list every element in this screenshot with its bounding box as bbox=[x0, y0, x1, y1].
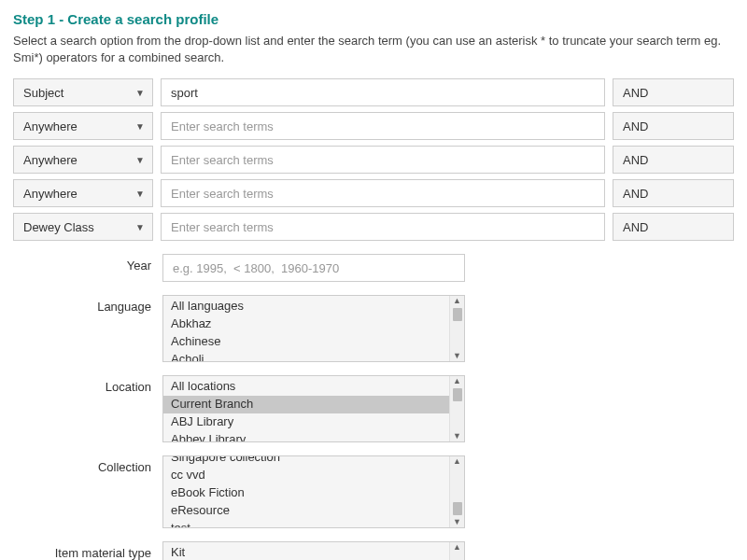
operator-dropdown[interactable]: AND bbox=[613, 78, 734, 106]
filter-label: Year bbox=[13, 254, 162, 282]
search-row: Anywhere ▼ AND bbox=[13, 179, 734, 207]
operator-dropdown[interactable]: AND bbox=[613, 146, 734, 174]
filter-label: Location bbox=[13, 375, 162, 442]
scrollbar[interactable]: ▲ ▼ bbox=[449, 376, 464, 441]
search-row: Dewey Class ▼ AND bbox=[13, 213, 734, 241]
scroll-up-icon[interactable]: ▲ bbox=[453, 456, 461, 467]
list-item[interactable]: All locations bbox=[163, 378, 449, 396]
filter-row-language: Language All languages Abkhaz Achinese A… bbox=[13, 295, 734, 362]
operator-label: AND bbox=[623, 86, 648, 100]
operator-label: AND bbox=[623, 153, 648, 167]
search-row: Anywhere ▼ AND bbox=[13, 112, 734, 140]
operator-dropdown[interactable]: AND bbox=[613, 112, 734, 140]
scrollbar[interactable]: ▲ bbox=[449, 542, 464, 560]
operator-label: AND bbox=[623, 187, 648, 201]
scroll-thumb[interactable] bbox=[453, 308, 462, 321]
scrollbar[interactable]: ▲ ▼ bbox=[449, 296, 464, 361]
filter-label: Item material type bbox=[13, 541, 162, 560]
search-term-input[interactable] bbox=[161, 213, 605, 241]
search-term-input[interactable] bbox=[161, 112, 605, 140]
filter-label: Collection bbox=[13, 455, 162, 528]
field-dropdown-label: Subject bbox=[23, 86, 63, 100]
collection-listbox[interactable]: Singapore collection cc vvd eBook Fictio… bbox=[162, 455, 465, 528]
language-listbox[interactable]: All languages Abkhaz Achinese Acholi ▲ ▼ bbox=[162, 295, 465, 362]
chevron-down-icon: ▼ bbox=[135, 121, 145, 132]
field-dropdown-label: Anywhere bbox=[23, 153, 78, 167]
field-dropdown-dewey-class[interactable]: Dewey Class ▼ bbox=[13, 213, 153, 241]
chevron-down-icon: ▼ bbox=[135, 155, 145, 165]
material-type-listbox[interactable]: Kit Magazine Map Collection Microfiche ▲ bbox=[162, 541, 465, 560]
step-title: Step 1 - Create a search profile bbox=[13, 11, 734, 27]
scroll-up-icon[interactable]: ▲ bbox=[453, 376, 461, 386]
list-item[interactable]: Abbey Library bbox=[163, 431, 449, 441]
chevron-down-icon: ▼ bbox=[135, 189, 145, 199]
scroll-up-icon[interactable]: ▲ bbox=[453, 296, 461, 306]
location-listbox[interactable]: All locations Current Branch ABJ Library… bbox=[162, 375, 465, 442]
filter-row-location: Location All locations Current Branch AB… bbox=[13, 375, 734, 442]
operator-dropdown[interactable]: AND bbox=[613, 179, 734, 207]
filter-row-material-type: Item material type Kit Magazine Map Coll… bbox=[13, 541, 734, 560]
scroll-up-icon[interactable]: ▲ bbox=[453, 542, 461, 553]
filter-label: Language bbox=[13, 295, 162, 362]
field-dropdown-label: Dewey Class bbox=[23, 220, 94, 234]
list-item[interactable]: Kit bbox=[163, 544, 449, 560]
search-row: Subject ▼ AND bbox=[13, 78, 734, 106]
list-item[interactable]: All languages bbox=[163, 298, 449, 315]
list-item[interactable]: eResource bbox=[163, 502, 449, 520]
filter-row-year: Year bbox=[13, 254, 734, 282]
search-term-input[interactable] bbox=[161, 146, 605, 174]
chevron-down-icon: ▼ bbox=[135, 222, 145, 232]
step-description: Select a search option from the drop-dow… bbox=[13, 33, 734, 65]
scroll-thumb[interactable] bbox=[453, 502, 462, 515]
field-dropdown-subject[interactable]: Subject ▼ bbox=[13, 78, 153, 106]
field-dropdown-label: Anywhere bbox=[23, 119, 78, 133]
scrollbar[interactable]: ▲ ▼ bbox=[449, 456, 464, 527]
list-item[interactable]: test bbox=[163, 520, 449, 527]
list-item[interactable]: eBook Fiction bbox=[163, 484, 449, 502]
field-dropdown-anywhere[interactable]: Anywhere ▼ bbox=[13, 179, 153, 207]
operator-label: AND bbox=[623, 220, 648, 234]
list-item[interactable]: Acholi bbox=[163, 351, 449, 361]
year-input[interactable] bbox=[162, 254, 465, 282]
scroll-down-icon[interactable]: ▼ bbox=[453, 517, 461, 527]
field-dropdown-anywhere[interactable]: Anywhere ▼ bbox=[13, 112, 153, 140]
list-item[interactable]: cc vvd bbox=[163, 467, 449, 484]
search-term-input[interactable] bbox=[161, 78, 605, 106]
field-dropdown-anywhere[interactable]: Anywhere ▼ bbox=[13, 146, 153, 174]
list-item[interactable]: Singapore collection bbox=[163, 456, 449, 467]
list-item[interactable]: Achinese bbox=[163, 333, 449, 351]
chevron-down-icon: ▼ bbox=[135, 88, 145, 98]
filter-row-collection: Collection Singapore collection cc vvd e… bbox=[13, 455, 734, 528]
operator-dropdown[interactable]: AND bbox=[613, 213, 734, 241]
list-item[interactable]: Current Branch bbox=[163, 396, 449, 413]
scroll-down-icon[interactable]: ▼ bbox=[453, 351, 461, 361]
search-row: Anywhere ▼ AND bbox=[13, 146, 734, 174]
list-item[interactable]: ABJ Library bbox=[163, 413, 449, 431]
field-dropdown-label: Anywhere bbox=[23, 187, 78, 201]
list-item[interactable]: Abkhaz bbox=[163, 315, 449, 333]
search-term-input[interactable] bbox=[161, 179, 605, 207]
operator-label: AND bbox=[623, 119, 648, 133]
scroll-down-icon[interactable]: ▼ bbox=[453, 431, 461, 441]
scroll-thumb[interactable] bbox=[453, 388, 462, 401]
